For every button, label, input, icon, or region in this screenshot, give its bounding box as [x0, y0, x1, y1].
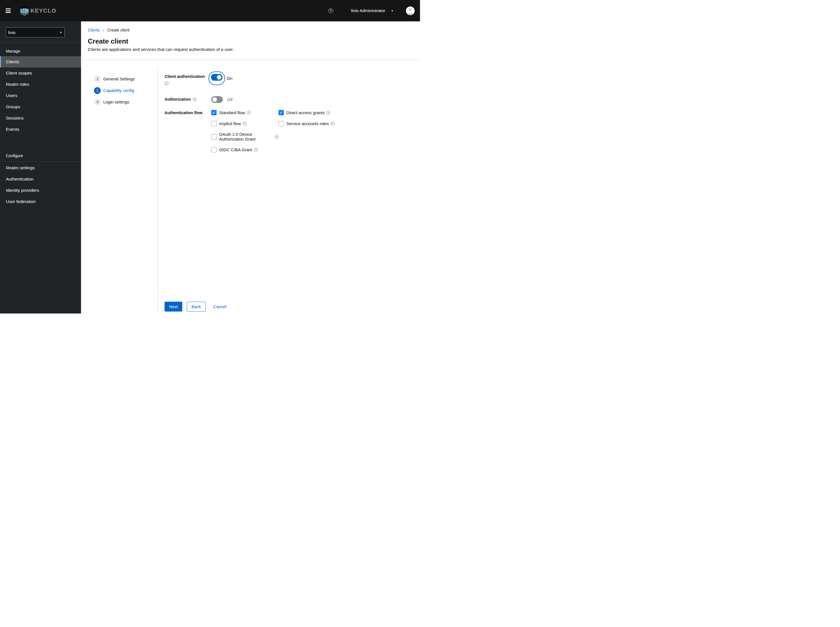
authorization-control: Off [211, 96, 233, 103]
masthead-actions: ? livio Administrator ▾ [328, 6, 415, 15]
breadcrumb-clients-link[interactable]: Clients [88, 28, 100, 32]
checkbox-unchecked-icon[interactable] [211, 121, 216, 126]
help-icon[interactable]: ? [275, 135, 278, 139]
keycloak-logo[interactable]: KEYCLOAK [19, 5, 57, 17]
help-icon[interactable]: ? [330, 122, 335, 126]
step-number-badge: 3 [94, 99, 101, 106]
sidebar-item-groups[interactable]: Groups [0, 101, 81, 112]
help-icon[interactable]: ? [243, 122, 247, 126]
authentication-flow-label: Authentication flow [164, 110, 211, 153]
wizard-step-general-settings[interactable]: 1 General Settings [94, 73, 158, 85]
toggle-knob [217, 75, 221, 80]
breadcrumb: Clients › Create client [88, 28, 413, 32]
hamburger-icon [6, 12, 11, 13]
implicit-flow-option[interactable]: Implicit flow ? [211, 121, 247, 126]
main-content: Clients › Create client Create client Cl… [81, 21, 420, 314]
authorization-label: Authorization ? [164, 96, 211, 103]
cancel-button[interactable]: Cancel [213, 302, 226, 312]
nav-list-manage: Clients Client scopes Realm roles Users … [0, 56, 81, 135]
chevron-down-icon: ▾ [60, 31, 62, 34]
check-icon: ✓ [279, 110, 283, 115]
sidebar-item-sessions[interactable]: Sessions [0, 112, 81, 124]
oauth-device-authorization-grant-option[interactable]: OAuth 2.0 Device Authorization Grant ? [211, 132, 278, 142]
check-icon: ✓ [212, 110, 215, 115]
hamburger-icon [6, 8, 11, 9]
checkbox-unchecked-icon[interactable] [211, 134, 216, 139]
avatar-icon [406, 6, 415, 15]
wizard-footer: Next Back Cancel [164, 302, 420, 314]
sidebar-item-client-scopes[interactable]: Client scopes [0, 68, 81, 79]
chevron-down-icon: ▾ [391, 9, 393, 13]
client-authentication-label: Client authentication ? [164, 71, 211, 85]
nav-list-configure: Realm settings Authentication Identity p… [0, 161, 81, 207]
next-button[interactable]: Next [164, 302, 182, 312]
keycloak-admin-console: KEYCLOAK ? livio Administrator ▾ livio ▾ [0, 0, 420, 314]
nav-group-manage-label: Manage [0, 43, 81, 54]
breadcrumb-current: Create client [107, 28, 130, 32]
page-title: Create client [88, 38, 413, 45]
checkbox-unchecked-icon[interactable] [278, 121, 284, 126]
hamburger-icon [6, 10, 11, 11]
authentication-flow-options: ✓ Standard flow ? ✓ Direct access grants… [211, 110, 335, 153]
sidebar-item-identity-providers[interactable]: Identity providers [0, 185, 81, 196]
keycloak-logo-image: KEYCLOAK [19, 5, 57, 17]
checkbox-checked-icon[interactable]: ✓ [278, 110, 284, 115]
authorization-state: Off [227, 97, 233, 102]
step-number-badge: 2 [94, 87, 101, 94]
authorization-toggle[interactable] [211, 96, 223, 103]
client-authentication-row: Client authentication ? On [164, 71, 420, 85]
wizard-step-capability-config[interactable]: 2 Capability config [94, 85, 158, 96]
wizard-steps-nav: 1 General Settings 2 Capability config 3… [81, 67, 158, 314]
wizard-step-login-settings[interactable]: 3 Login settings [94, 96, 158, 108]
menu-toggle-button[interactable] [6, 8, 11, 13]
help-icon[interactable]: ? [328, 8, 333, 13]
authorization-row: Authorization ? Off [164, 96, 420, 103]
avatar[interactable] [406, 6, 415, 15]
step-number-badge: 1 [94, 76, 101, 82]
client-authentication-state: On [227, 76, 232, 81]
checkbox-unchecked-icon[interactable] [211, 147, 216, 153]
checkbox-checked-icon[interactable]: ✓ [211, 110, 216, 115]
capability-config-form: Client authentication ? On [158, 60, 420, 314]
client-authentication-control: On [211, 71, 232, 85]
authentication-flow-row: Authentication flow ✓ Standard flow ? ✓ … [164, 110, 420, 153]
sidebar-item-clients[interactable]: Clients [0, 56, 81, 68]
help-icon[interactable]: ? [193, 97, 197, 101]
back-button[interactable]: Back [187, 302, 206, 312]
service-accounts-roles-option[interactable]: Service accounts roles ? [278, 121, 335, 126]
sidebar-item-users[interactable]: Users [0, 90, 81, 101]
toggle-knob [212, 97, 217, 102]
create-client-wizard: 1 General Settings 2 Capability config 3… [81, 60, 420, 314]
sidebar-item-events[interactable]: Events [0, 124, 81, 135]
svg-text:KEYCLOAK: KEYCLOAK [30, 8, 57, 14]
standard-flow-option[interactable]: ✓ Standard flow ? [211, 110, 251, 115]
user-menu[interactable]: livio Administrator ▾ [351, 8, 393, 13]
toggle-focus-ring [208, 71, 225, 85]
nav-group-configure-label: Configure [0, 147, 81, 158]
realm-selector[interactable]: livio ▾ [6, 27, 65, 38]
sidebar-item-authentication[interactable]: Authentication [0, 173, 81, 185]
sidebar-item-realm-settings[interactable]: Realm settings [0, 162, 81, 173]
page-subtitle: Clients are applications and services th… [88, 47, 413, 52]
help-icon[interactable]: ? [164, 81, 169, 85]
breadcrumb-separator-icon: › [103, 28, 104, 32]
help-icon[interactable]: ? [254, 148, 258, 152]
direct-access-grants-option[interactable]: ✓ Direct access grants ? [278, 110, 330, 115]
nav-group-configure: Configure Realm settings Authentication … [0, 147, 81, 207]
user-menu-label: livio Administrator [351, 8, 385, 13]
help-icon[interactable]: ? [326, 111, 330, 115]
sidebar-item-user-federation[interactable]: User federation [0, 196, 81, 207]
sidebar-item-realm-roles[interactable]: Realm roles [0, 79, 81, 90]
page-header: Clients › Create client Create client Cl… [81, 21, 420, 60]
oidc-ciba-grant-option[interactable]: OIDC CIBA Grant ? [211, 147, 258, 153]
help-icon[interactable]: ? [247, 111, 251, 115]
masthead: KEYCLOAK ? livio Administrator ▾ [0, 0, 420, 21]
sidebar: livio ▾ Manage Clients Client scopes Rea… [0, 21, 81, 314]
realm-selector-value: livio [8, 30, 16, 35]
client-authentication-toggle[interactable] [211, 74, 223, 81]
